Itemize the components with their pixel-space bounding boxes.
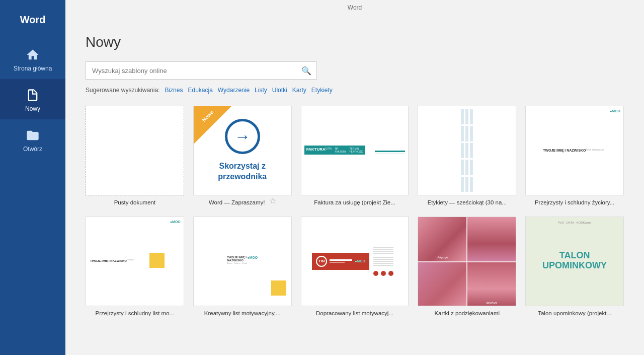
template-creative-thumb: TWOJE IMIĘ INAZWISKO Adres · Telefon · E…: [193, 217, 292, 306]
suggested-searches: Sugerowane wyszukiwania: Biznes Edukacja…: [86, 87, 624, 94]
sidebar-item-open[interactable]: Otwórz: [0, 119, 65, 160]
template-letter1[interactable]: TWOJE IMIĘ I NAZWISKO Podtytuł ●MOO Prze…: [86, 217, 184, 317]
home-icon: [26, 48, 40, 62]
template-letter1-label: Przejrzysty i schludny list mo...: [96, 310, 175, 317]
suggested-edukacja[interactable]: Edukacja: [188, 87, 212, 94]
template-cards-thumb: dziękuję dziękuję: [418, 217, 516, 306]
suggested-listy[interactable]: Listy: [255, 87, 267, 94]
sidebar-item-new[interactable]: Nowy: [0, 79, 65, 119]
template-talon-label: Talon upominkowy (projekt...: [538, 310, 611, 317]
suggested-etykiety[interactable]: Etykiety: [311, 87, 333, 94]
template-invoice-label: Faktura za usługę (projekt Zie...: [314, 199, 395, 206]
open-icon: [26, 128, 40, 143]
template-cards[interactable]: dziękuję dziękuję Kartki z podziękowania…: [418, 217, 516, 317]
template-creative-label: Kreatywny list motywacyjny,...: [204, 310, 281, 317]
suggested-biznes[interactable]: Biznes: [165, 87, 183, 94]
template-detailed-thumb: TIN ●MOO: [301, 217, 409, 306]
template-cards-label: Kartki z podziękowaniami: [434, 310, 500, 317]
suggested-karty[interactable]: Karty: [292, 87, 306, 94]
template-blank-thumb: [86, 106, 184, 195]
new-doc-icon: [26, 88, 40, 102]
template-letter1-thumb: TWOJE IMIĘ I NAZWISKO Podtytuł ●MOO: [86, 217, 184, 306]
templates-grid: Pusty dokument Nowe → Skorzystaj zprzewo…: [86, 106, 624, 317]
page-title: Nowy: [86, 34, 624, 50]
template-detailed[interactable]: TIN ●MOO: [301, 217, 409, 317]
template-labels-thumb: [418, 106, 516, 195]
template-talon-thumb: PLN · DATA · KOD Kwota TALONUPOMINKOWY: [525, 217, 624, 306]
sidebar-item-open-label: Otwórz: [23, 146, 42, 153]
topbar-title: Word: [348, 4, 362, 11]
template-labels-label: Etykiety — sześciokąt (30 na...: [428, 199, 507, 206]
sidebar-item-home-label: Strona główna: [14, 65, 52, 72]
template-blank-label: Pusty dokument: [114, 199, 155, 206]
template-talon[interactable]: PLN · DATA · KOD Kwota TALONUPOMINKOWY T…: [525, 217, 624, 317]
search-input[interactable]: [86, 67, 296, 75]
template-cv1-label: Przejrzysty i schludny życiory...: [535, 199, 614, 206]
template-creative[interactable]: TWOJE IMIĘ INAZWISKO Adres · Telefon · E…: [193, 217, 292, 317]
main-content: Nowy 🔍 Sugerowane wyszukiwania: Biznes E…: [65, 15, 644, 355]
suggested-label: Sugerowane wyszukiwania:: [86, 87, 159, 94]
sidebar: Word Strona główna Nowy Otwórz: [0, 0, 65, 355]
template-detailed-label: Dopracowany list motywacyj...: [316, 310, 393, 317]
template-labels[interactable]: Etykiety — sześciokąt (30 na...: [418, 106, 516, 206]
template-welcome-thumb: Nowe → Skorzystaj zprzewodnika: [193, 106, 292, 195]
template-cv1-thumb: TWOJE IMIĘ I NAZWISKO Tytuł stanowiska ●…: [525, 106, 624, 195]
template-blank[interactable]: Pusty dokument: [86, 106, 184, 206]
suggested-ulotki[interactable]: Ulotki: [272, 87, 287, 94]
template-invoice-thumb: FAKTURA DATANR FAKTURYTERMIN PŁATNOŚCI: [301, 106, 409, 195]
template-cv1[interactable]: TWOJE IMIĘ I NAZWISKO Tytuł stanowiska ●…: [525, 106, 624, 206]
pin-icon[interactable]: ☆: [269, 196, 276, 205]
suggested-wydarzenie[interactable]: Wydarzenie: [218, 87, 250, 94]
search-bar: 🔍: [86, 61, 317, 80]
topbar: Word: [65, 0, 644, 15]
app-title: Word: [0, 0, 65, 39]
search-button[interactable]: 🔍: [296, 66, 316, 76]
template-welcome-label: Word — Zapraszamy!: [209, 199, 265, 206]
template-welcome[interactable]: Nowe → Skorzystaj zprzewodnika Word — Za…: [193, 106, 292, 206]
sidebar-item-home[interactable]: Strona główna: [0, 39, 65, 79]
sidebar-item-new-label: Nowy: [25, 105, 40, 112]
template-invoice[interactable]: FAKTURA DATANR FAKTURYTERMIN PŁATNOŚCI: [301, 106, 409, 206]
